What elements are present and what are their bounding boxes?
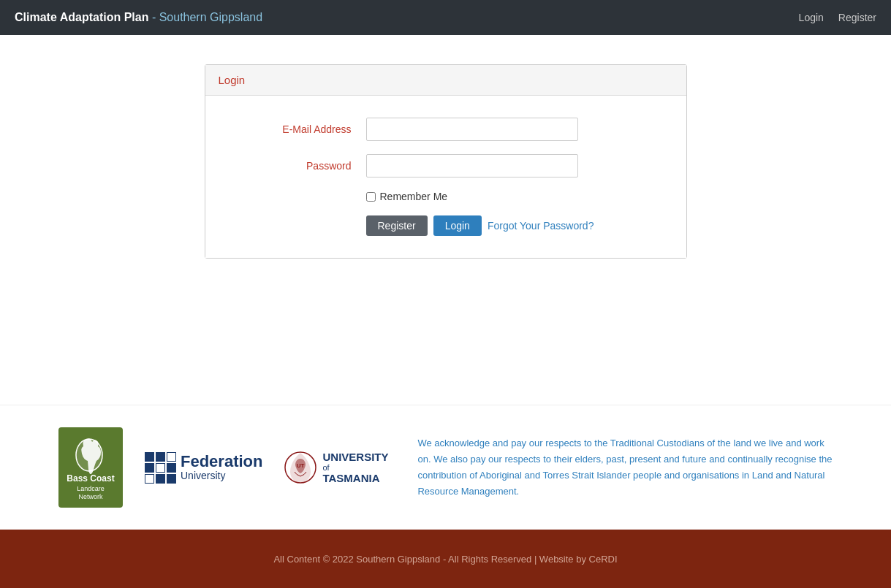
email-group: E-Mail Address	[220, 118, 672, 141]
fed-uni-text-wrap: Federation University	[181, 454, 262, 482]
remember-me-group: Remember Me	[366, 191, 672, 202]
register-button[interactable]: Register	[366, 215, 428, 236]
nav-register-link[interactable]: Register	[838, 12, 876, 23]
site-title-location: Southern Gippsland	[159, 11, 262, 23]
login-card-body: E-Mail Address Password Remember Me Regi…	[205, 96, 686, 258]
remember-me-label: Remember Me	[380, 191, 448, 202]
bcl-line3: Network	[67, 493, 114, 502]
partner-logos: Bass Coast Landcare Network	[58, 427, 388, 508]
site-title-dash: -	[148, 11, 159, 23]
bcl-line2: Landcare	[67, 485, 114, 494]
utas-text: UNIVERSITY of TASMANIA	[322, 451, 388, 484]
login-card: Login E-Mail Address Password Remember M…	[205, 64, 687, 259]
bcl-logo-text: Bass Coast Landcare Network	[67, 473, 114, 502]
password-group: Password	[220, 154, 672, 177]
remember-me-checkbox[interactable]	[366, 192, 376, 202]
nav-login-link[interactable]: Login	[799, 12, 824, 23]
utas-crest-icon: UT	[284, 451, 316, 484]
fed-uni-logo: Federation University	[145, 452, 262, 484]
header-nav: Login Register	[799, 12, 876, 23]
utas-line2: of	[322, 463, 388, 472]
fed-uni-grid	[145, 452, 176, 484]
spacer	[0, 361, 891, 405]
fed-uni-sub: University	[181, 470, 262, 482]
site-title-bold: Climate Adaptation Plan	[15, 11, 148, 23]
utas-line1: UNIVERSITY	[322, 451, 388, 463]
main-content: Login E-Mail Address Password Remember M…	[0, 35, 891, 361]
password-label: Password	[220, 160, 366, 172]
login-heading: Login	[219, 74, 246, 86]
login-button[interactable]: Login	[433, 215, 482, 236]
password-input[interactable]	[366, 154, 578, 177]
acknowledgement-text: We acknowledge and pay our respects to t…	[417, 435, 833, 500]
utas-logo: UT UNIVERSITY of TASMANIA	[284, 451, 388, 484]
bcl-line1: Bass Coast	[67, 473, 114, 485]
bcl-logo: Bass Coast Landcare Network	[58, 427, 123, 508]
footer-text: All Content © 2022 Southern Gippsland - …	[273, 554, 617, 565]
form-actions: Register Login Forgot Your Password?	[366, 215, 672, 236]
partners-section: Bass Coast Landcare Network	[0, 405, 891, 530]
email-label: E-Mail Address	[220, 123, 366, 135]
email-input[interactable]	[366, 118, 578, 141]
utas-line3: TASMANIA	[322, 472, 388, 484]
fed-uni-name: Federation	[181, 454, 262, 470]
site-title: Climate Adaptation Plan - Southern Gipps…	[15, 11, 262, 24]
header: Climate Adaptation Plan - Southern Gipps…	[0, 0, 891, 35]
svg-text:UT: UT	[297, 462, 305, 469]
forgot-password-link[interactable]: Forgot Your Password?	[488, 220, 594, 232]
footer: All Content © 2022 Southern Gippsland - …	[0, 530, 891, 588]
login-card-header: Login	[205, 65, 686, 96]
